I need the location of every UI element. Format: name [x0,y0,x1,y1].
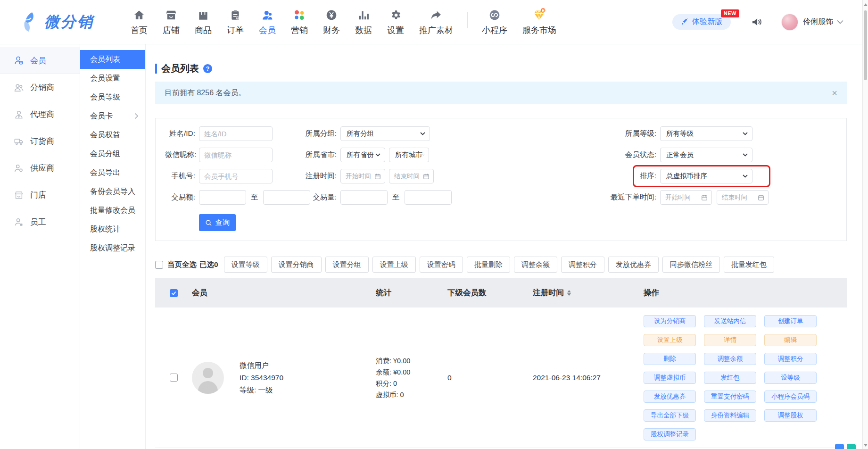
nav-item-home[interactable]: 首页 [123,8,155,36]
header-register-time-sort[interactable]: 注册时间 [529,288,640,298]
action-details-button[interactable]: 详情 [704,334,756,346]
batch-set-distributor-button[interactable]: 设置分销商 [271,257,322,273]
sidebar-item-suppliers[interactable]: 供应商 [0,155,80,182]
batch-adjust-points-button[interactable]: 调整积分 [561,257,604,273]
nav-item-miniprogram[interactable]: 小程序 [474,8,515,36]
submenu-item-member-benefits[interactable]: 会员权益 [80,125,145,144]
submenu-item-equity-log[interactable]: 股权调整记录 [80,239,145,258]
member-status-select[interactable]: 正常会员 [660,148,752,162]
trade-volume-max-input[interactable] [405,190,452,205]
submenu-item-member-levels[interactable]: 会员等级 [80,88,145,107]
widget-teal-icon[interactable] [847,444,856,449]
action-create-order-button[interactable]: 创建订单 [764,315,817,327]
nav-item-marketing[interactable]: 营销 [283,8,315,36]
action-adjust-balance-button[interactable]: 调整余额 [704,353,756,365]
submenu-item-member-settings[interactable]: 会员设置 [80,69,145,88]
city-select[interactable]: 所有城市 [389,148,429,162]
floating-widgets[interactable] [835,444,856,449]
select-page-checkbox[interactable] [155,261,163,269]
action-red-packet-button[interactable]: 发红包 [704,372,756,384]
batch-delete-button[interactable]: 批量删除 [467,257,510,273]
try-new-version-button[interactable]: 体验新版 NEW [672,14,731,30]
vertical-scrollbar[interactable] [862,0,868,449]
staff-person-icon [14,217,24,227]
nav-divider [467,12,468,28]
last-order-start-date-input[interactable]: 开始时间 [660,190,712,205]
help-icon[interactable]: ? [203,64,212,73]
nav-item-settings[interactable]: 设置 [380,8,412,36]
province-select[interactable]: 所有省份 [340,148,385,162]
sidebar-item-distributors[interactable]: 分销商 [0,74,80,101]
nav-item-finance[interactable]: 财务 [315,8,347,36]
trade-volume-min-input[interactable] [340,190,388,205]
phone-input[interactable] [199,169,273,183]
submenu-item-member-groups[interactable]: 会员分组 [80,144,145,163]
submenu-item-batch-edit[interactable]: 批量修改会员 [80,201,145,220]
submenu-item-member-card[interactable]: 会员卡 [80,107,145,125]
action-export-subordinates-button[interactable]: 导出全部下级 [644,409,696,422]
nav-item-goods[interactable]: 商品 [187,8,219,36]
register-start-date-input[interactable]: 开始时间 [340,169,385,183]
close-icon[interactable]: × [832,88,837,98]
batch-send-red-packet-button[interactable]: 批量发红包 [724,257,774,273]
nav-item-members[interactable]: 会员 [251,8,283,36]
action-send-coupon-button[interactable]: 发放优惠券 [644,391,696,403]
action-equity-log-button[interactable]: 股权调整记录 [644,428,696,441]
submenu-item-member-export[interactable]: 会员导出 [80,163,145,182]
action-send-message-button[interactable]: 发送站内信 [704,315,756,327]
widget-blue-icon[interactable] [835,444,844,449]
last-order-end-date-input[interactable]: 结束时间 [717,190,769,205]
nav-item-service-market[interactable]: H 服务市场 [515,8,564,36]
scrollbar-up-arrow[interactable] [864,3,868,6]
action-set-parent-button[interactable]: 设置上级 [644,334,696,346]
nav-item-shop[interactable]: 店铺 [155,8,187,36]
name-id-input[interactable] [199,126,273,141]
sidebar-item-staff[interactable]: 员工 [0,208,80,235]
secondary-sidebar: 会员列表 会员设置 会员等级 会员卡 会员权益 会员分组 会员导出 备份会员导入… [80,44,146,449]
group-select[interactable]: 所有分组 [340,126,430,141]
action-adjust-equity-button[interactable]: 调整股权 [764,409,817,422]
sidebar-item-order-dealers[interactable]: 订货商 [0,128,80,155]
batch-adjust-balance-button[interactable]: 调整余额 [514,257,557,273]
logo-leaf-icon [21,11,41,33]
submenu-item-backup-import[interactable]: 备份会员导入 [80,182,145,201]
member-stats: 消费: ¥0.00 余额: ¥0.00 积分: 0 虚拟币: 0 [376,355,446,400]
submenu-item-equity-stats[interactable]: 股权统计 [80,220,145,239]
action-miniprogram-member-code-button[interactable]: 小程序会员码 [764,391,817,403]
action-edit-identity-button[interactable]: 身份资料编辑 [704,409,756,422]
sidebar-item-agents[interactable]: 代理商 [0,101,80,128]
nav-item-promo-material[interactable]: 推广素材 [412,8,461,36]
batch-sync-wechat-fans-button[interactable]: 同步微信粉丝 [662,257,720,273]
search-button[interactable]: 查询 [199,214,236,231]
sort-select[interactable]: 总虚拟币排序 [660,169,752,183]
wechat-nickname-input[interactable] [199,148,273,162]
batch-set-level-button[interactable]: 设置等级 [224,257,267,273]
scrollbar-thumb[interactable] [864,10,867,80]
batch-set-group-button[interactable]: 设置分组 [325,257,369,273]
nav-item-data[interactable]: 数据 [347,8,380,36]
header-select-all-checkbox[interactable] [170,289,178,297]
submenu-item-member-list[interactable]: 会员列表 [80,50,145,69]
action-set-level-button[interactable]: 设等级 [764,372,817,384]
action-adjust-virtual-coin-button[interactable]: 调整虚拟币 [644,372,696,384]
action-edit-button[interactable]: 编辑 [764,334,817,346]
nav-item-orders[interactable]: 订单 [219,8,251,36]
action-set-distributor-button[interactable]: 设为分销商 [644,315,696,327]
action-reset-pay-password-button[interactable]: 重置支付密码 [704,391,756,403]
batch-send-coupon-button[interactable]: 发放优惠券 [608,257,659,273]
scrollbar-down-arrow[interactable] [864,444,868,447]
batch-set-parent-button[interactable]: 设置上级 [372,257,416,273]
trade-amount-min-input[interactable] [199,190,246,205]
app-logo[interactable]: 微分销 [21,11,94,33]
table-header: 会员 统计 下级会员数 注册时间 操作 [155,278,847,308]
speaker-icon[interactable] [751,16,763,28]
level-select[interactable]: 所有等级 [660,126,752,141]
action-delete-button[interactable]: 删除 [644,353,696,365]
sidebar-item-members[interactable]: 会员 [0,47,80,74]
row-checkbox[interactable] [170,374,178,382]
action-adjust-points-button[interactable]: 调整积分 [764,353,817,365]
register-end-date-input[interactable]: 结束时间 [389,169,434,183]
account-menu[interactable]: 伶俐服饰 [781,14,843,31]
batch-set-password-button[interactable]: 设置密码 [420,257,463,273]
sidebar-item-stores[interactable]: 门店 [0,182,80,208]
